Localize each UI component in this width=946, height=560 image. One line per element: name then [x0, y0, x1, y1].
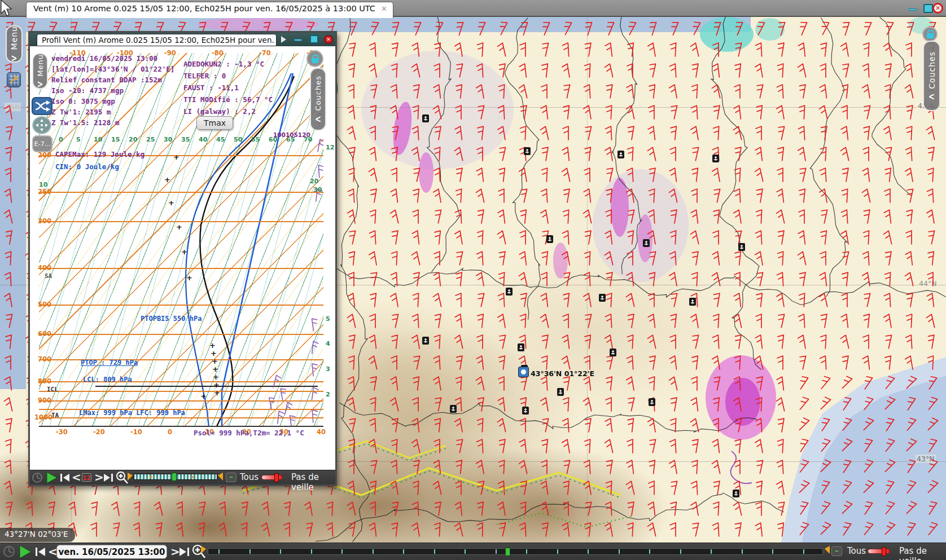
- timeline-tick: [403, 549, 404, 554]
- profile-window[interactable]: Profil Vent (m) Arome 0.025 15/05 12:00,…: [28, 31, 337, 486]
- city-station-icon[interactable]: [546, 235, 553, 243]
- profile-play-icon[interactable]: [281, 36, 286, 43]
- city-station-icon[interactable]: [557, 388, 564, 396]
- app-window: 45N 45°N 44°N 43°N: [0, 0, 946, 560]
- precip-patch-magenta: [611, 178, 629, 237]
- theta-label: 30: [164, 136, 172, 143]
- bottom-temp-label: 40: [317, 428, 326, 436]
- close-button[interactable]: ✕: [932, 3, 943, 14]
- profile-timeline[interactable]: [134, 474, 217, 480]
- city-station-icon[interactable]: [422, 337, 429, 345]
- city-station-icon[interactable]: [524, 147, 531, 155]
- profile-menu-tab[interactable]: Menu >: [32, 53, 48, 89]
- city-station-icon[interactable]: [450, 405, 457, 413]
- city-station-icon[interactable]: [712, 155, 719, 162]
- city-station-icon[interactable]: [610, 349, 616, 356]
- timeline-tick: [588, 549, 589, 554]
- altitude-scale-label: 2: [326, 391, 330, 398]
- map-lock-button[interactable]: [922, 27, 938, 42]
- timeline-start-flag: [128, 473, 133, 480]
- profile-minimize-button[interactable]: [294, 39, 302, 41]
- sounding-index-line: LI (galway) : 2,2: [183, 107, 256, 116]
- isobar-line: [39, 391, 323, 392]
- city-station-icon[interactable]: [733, 490, 739, 497]
- city-station-icon[interactable]: [649, 398, 655, 406]
- tmax-tooltip[interactable]: Tmax: [196, 116, 233, 130]
- theta-label: 20: [129, 136, 137, 143]
- main-window-tab[interactable]: Vent (m) 10 Arome 0.025 15/05 12:00, Ech…: [26, 2, 393, 18]
- prev-step-button[interactable]: <: [72, 471, 81, 483]
- city-station-icon[interactable]: [522, 407, 529, 415]
- skip-start-button[interactable]: [35, 547, 46, 557]
- veille-label[interactable]: Pas de veille: [899, 546, 946, 560]
- timeline-mark: [150, 476, 152, 478]
- lmax-lfc-label: LMax: 999 hPa LFC: 999 hPa: [79, 409, 185, 417]
- veille-label[interactable]: Pas de veille: [291, 472, 335, 492]
- opacity-minus-button[interactable]: –: [226, 473, 236, 482]
- pressure-label: 400: [38, 264, 51, 272]
- pressure-label: 900: [38, 396, 51, 404]
- timeline-tick: [526, 549, 527, 554]
- profile-couches-tab-label: Couches: [314, 76, 322, 111]
- data-point-plus: +: [212, 367, 218, 372]
- profile-close-button[interactable]: ✕: [324, 35, 333, 44]
- speed-slider[interactable]: [261, 475, 283, 480]
- pressure-label: 800: [38, 377, 51, 385]
- map-couches-tab[interactable]: Couches <: [923, 41, 940, 111]
- skip-end-button[interactable]: [179, 547, 190, 557]
- swap-axes-button[interactable]: [32, 97, 52, 115]
- data-point-plus: +: [213, 374, 219, 380]
- next-step-button[interactable]: >: [94, 471, 104, 483]
- play-button[interactable]: [45, 471, 58, 484]
- main-timeline[interactable]: [208, 548, 823, 555]
- tous-label[interactable]: Tous: [847, 546, 866, 556]
- lock-icon: [312, 58, 318, 63]
- theta-label: 45: [216, 136, 225, 143]
- date-field[interactable]: ven. 16/05/2025 13:00: [56, 545, 167, 559]
- city-station-icon[interactable]: [506, 288, 513, 296]
- skip-end-button[interactable]: [103, 473, 113, 482]
- map-menu-tab[interactable]: Menu >: [6, 25, 23, 63]
- pan-dpad-button[interactable]: [32, 116, 51, 134]
- sounding-location-marker[interactable]: [518, 367, 529, 377]
- timeline-thumb[interactable]: [172, 473, 177, 481]
- speed-slider[interactable]: [868, 549, 890, 554]
- grid-label-45n-left: 45N: [5, 103, 21, 111]
- city-station-icon[interactable]: [599, 294, 606, 302]
- cloud-patch-cyan: [755, 18, 785, 41]
- minimize-button[interactable]: [908, 8, 917, 11]
- bottom-temp-label: -10: [130, 428, 142, 436]
- isobar-line: [39, 305, 323, 306]
- profile-window-title: Profil Vent (m) Arome 0.025 15/05 12:00,…: [42, 36, 277, 45]
- data-point-plus: +: [214, 390, 220, 396]
- profile-lock-button[interactable]: [306, 50, 323, 67]
- city-station-icon[interactable]: [689, 298, 696, 306]
- maximize-button[interactable]: [923, 4, 933, 13]
- timeline-tick: [311, 549, 312, 554]
- gridline-meridian: [587, 17, 588, 543]
- top-temp-label: -70: [259, 49, 271, 57]
- city-station-icon[interactable]: [738, 243, 745, 251]
- profile-window-tab[interactable]: Profil Vent (m) Arome 0.025 15/05 12:00,…: [37, 34, 277, 46]
- altitude-scale-label: 12: [326, 144, 334, 151]
- timeline-mark: [191, 476, 193, 478]
- tab-close-icon[interactable]: ✕: [381, 5, 387, 13]
- data-point-plus: +: [173, 155, 179, 160]
- city-station-icon[interactable]: [617, 151, 624, 158]
- grid-overlay-button[interactable]: [7, 72, 21, 87]
- tous-label[interactable]: Tous: [240, 472, 259, 482]
- skip-start-button[interactable]: [60, 473, 70, 482]
- timeline-tick: [218, 549, 220, 554]
- e7-button[interactable]: E-7...: [32, 135, 52, 152]
- sounding-info-line: Iso 0: 3075 mgp: [51, 97, 115, 105]
- timeline-thumb[interactable]: [505, 548, 510, 556]
- profile-maximize-button[interactable]: [310, 35, 318, 43]
- precip-patch-magenta: [638, 214, 652, 262]
- altitude-scale-label: 5: [326, 315, 330, 323]
- profile-couches-tab[interactable]: Couches <: [310, 68, 326, 131]
- play-button[interactable]: [17, 544, 32, 559]
- data-point-plus: +: [209, 343, 216, 349]
- opacity-minus-button[interactable]: –: [831, 546, 842, 556]
- city-station-icon[interactable]: [518, 343, 524, 351]
- profile-menu-tab-label: Menu: [36, 54, 45, 77]
